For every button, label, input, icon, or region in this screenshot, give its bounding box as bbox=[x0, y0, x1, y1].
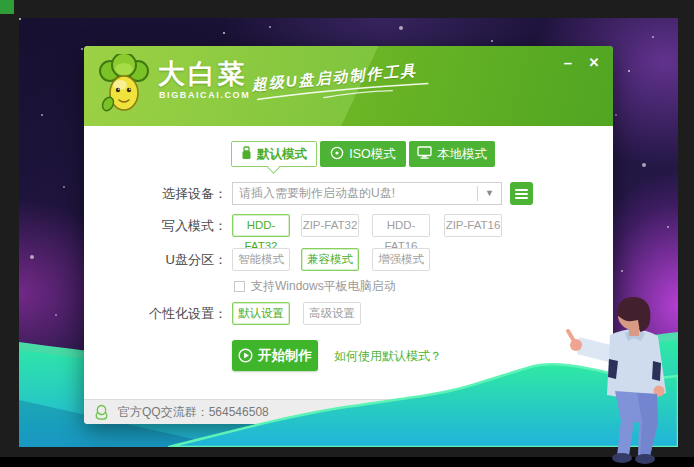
checkbox-label: 支持Windows平板电脑启动 bbox=[251, 278, 396, 295]
marketing-screenshot: { "header": { "brand_zh": "大白菜", "brand_… bbox=[0, 0, 694, 467]
tab-label: 本地模式 bbox=[437, 146, 487, 163]
device-select-value: 请插入需要制作启动盘的U盘! bbox=[233, 185, 477, 202]
tab-label: 默认模式 bbox=[257, 146, 307, 163]
disc-icon bbox=[330, 146, 344, 163]
desktop-icon-fragment bbox=[0, 0, 14, 14]
write-mode-option-2[interactable]: HDD-FAT16 bbox=[372, 214, 430, 237]
tagline: 超级U盘启动制作工具 bbox=[251, 60, 433, 105]
hamburger-icon bbox=[515, 189, 528, 191]
partition-label: U盘分区： bbox=[84, 248, 227, 271]
start-button[interactable]: 开始制作 bbox=[232, 340, 318, 371]
window-body: 默认模式ISO模式本地模式 选择设备： 请插入需要制作启动盘的U盘! ▼ 写入模… bbox=[84, 126, 613, 399]
titlebar: 大白菜 BIGBAICAI.COM 超级U盘启动制作工具 – ✕ bbox=[84, 46, 613, 126]
window-footer: 官方QQ交流群：564546508 bbox=[84, 399, 613, 424]
tablet-boot-checkbox-row[interactable]: 支持Windows平板电脑启动 bbox=[234, 278, 396, 295]
letterbox-strip bbox=[0, 457, 694, 467]
device-menu-button[interactable] bbox=[510, 182, 533, 205]
checkbox[interactable] bbox=[234, 281, 245, 292]
personalization-option-0[interactable]: 默认设置 bbox=[232, 302, 290, 325]
close-button[interactable]: ✕ bbox=[583, 54, 605, 72]
help-link[interactable]: 如何使用默认模式？ bbox=[334, 348, 442, 365]
brand-name: 大白菜 bbox=[158, 56, 248, 92]
partition-option-0[interactable]: 智能模式 bbox=[232, 248, 290, 271]
personalization-option-1[interactable]: 高级设置 bbox=[303, 302, 361, 325]
write-mode-option-1[interactable]: ZIP-FAT32 bbox=[301, 214, 359, 237]
app-window: 大白菜 BIGBAICAI.COM 超级U盘启动制作工具 – ✕ 默认模式ISO… bbox=[84, 46, 613, 424]
play-icon bbox=[238, 348, 253, 363]
chevron-down-icon[interactable]: ▼ bbox=[477, 186, 501, 201]
write-mode-label: 写入模式： bbox=[84, 214, 227, 237]
qq-icon bbox=[94, 404, 111, 421]
tab-iso-mode[interactable]: ISO模式 bbox=[320, 141, 406, 167]
personalization-label: 个性化设置： bbox=[84, 302, 227, 325]
partition-option-2[interactable]: 增强模式 bbox=[372, 248, 430, 271]
write-mode-option-3[interactable]: ZIP-FAT16 bbox=[444, 214, 502, 237]
cabbage-mascot-logo bbox=[96, 54, 152, 118]
device-select[interactable]: 请插入需要制作启动盘的U盘! ▼ bbox=[232, 182, 502, 205]
write-mode-option-0[interactable]: HDD-FAT32 bbox=[232, 214, 290, 237]
minimize-button[interactable]: – bbox=[557, 54, 579, 72]
usb-icon bbox=[241, 146, 252, 163]
partition-option-1[interactable]: 兼容模式 bbox=[301, 248, 359, 271]
desktop-wallpaper: 大白菜 BIGBAICAI.COM 超级U盘启动制作工具 – ✕ 默认模式ISO… bbox=[19, 18, 678, 447]
tab-label: ISO模式 bbox=[349, 146, 396, 163]
tab-local-mode[interactable]: 本地模式 bbox=[409, 141, 495, 167]
brand-domain: BIGBAICAI.COM bbox=[159, 90, 250, 100]
start-button-label: 开始制作 bbox=[258, 347, 312, 365]
device-label: 选择设备： bbox=[84, 182, 227, 205]
monitor-icon bbox=[417, 146, 432, 162]
qq-group-text: 官方QQ交流群：564546508 bbox=[118, 404, 269, 421]
